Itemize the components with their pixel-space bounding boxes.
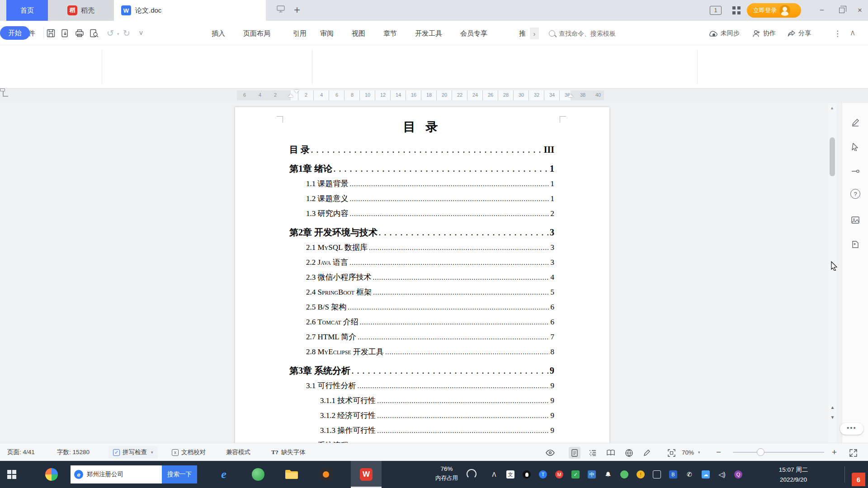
image-tool-icon[interactable] (849, 213, 862, 227)
green-browser-icon[interactable] (250, 467, 266, 482)
zoom-level[interactable]: 70%▾ (682, 443, 700, 461)
eye-protect-icon[interactable] (544, 447, 556, 459)
taskbar-search-input[interactable] (87, 471, 155, 478)
next-page-button[interactable]: ▼ (829, 415, 836, 422)
compat-mode-label[interactable]: 兼容模式 (226, 443, 250, 461)
menu-tab-section[interactable]: 章节 (383, 27, 397, 40)
document-canvas[interactable]: 目 录 目 录III 第1章 绪论1 1.1 课题背景1 1.2 课题意义1 1… (0, 103, 868, 443)
file-explorer-icon[interactable] (284, 467, 299, 482)
menu-tab-recommend-truncated[interactable]: 推 (519, 27, 526, 40)
tray-bell-icon[interactable]: 🔔︎ (604, 470, 612, 479)
ie-browser-icon[interactable]: e (216, 467, 231, 482)
hanging-indent-marker[interactable] (288, 94, 293, 97)
tab-list-icon[interactable]: 1 (710, 6, 722, 15)
tray-green-dot-icon[interactable] (620, 470, 628, 479)
restore-button[interactable] (832, 0, 852, 21)
tray-doc-icon[interactable]: 文 (506, 470, 514, 479)
close-button[interactable]: × (852, 0, 868, 21)
tray-monitor-icon[interactable] (653, 470, 661, 479)
tab-document[interactable]: W 论文.doc (114, 0, 266, 21)
menu-tab-view[interactable]: 视图 (352, 27, 365, 40)
document-page[interactable]: 目 录 目 录III 第1章 绪论1 1.1 课题背景1 1.2 课题意义1 1… (235, 107, 609, 443)
sync-status[interactable]: 未同步 (708, 27, 740, 40)
menu-tab-member[interactable]: 会员专享 (460, 27, 487, 40)
redo-button[interactable]: ↻ (121, 28, 132, 38)
share-button[interactable]: 分享 (788, 27, 811, 40)
annotate-pen-icon[interactable] (849, 116, 862, 129)
tab-home[interactable]: 首页 (6, 0, 48, 21)
tray-tim-icon[interactable]: T (539, 470, 547, 479)
bookmark-tag-icon[interactable] (849, 238, 862, 251)
page-view-icon[interactable] (569, 447, 580, 459)
tray-penguin-icon[interactable] (523, 470, 531, 479)
spell-check-toggle[interactable]: ✓ 拼写检查 ▾ (108, 446, 158, 459)
tray-phone-icon[interactable]: ✆ (685, 470, 693, 479)
tray-cloud-icon[interactable]: ☁ (702, 470, 710, 479)
search-input[interactable] (559, 30, 676, 37)
print-button[interactable] (74, 28, 85, 38)
document-proof-button[interactable]: x 文档校对 (172, 443, 206, 461)
help-icon[interactable]: ? (850, 189, 860, 199)
save-button[interactable] (45, 28, 56, 38)
tab-preview-icon[interactable] (277, 5, 285, 13)
tab-selector-icon[interactable] (3, 91, 8, 97)
scrollbar-thumb[interactable] (830, 137, 835, 176)
first-line-indent-marker[interactable] (294, 90, 299, 93)
word-count[interactable]: 字数: 15280 (57, 443, 90, 461)
zoom-slider-knob[interactable] (757, 448, 764, 456)
qat-collapse-icon[interactable]: ᐯ (136, 28, 146, 38)
vertical-scrollbar[interactable]: ▲ (828, 103, 836, 443)
menu-tab-insert[interactable]: 插入 (212, 27, 225, 40)
menu-tab-references[interactable]: 引用 (293, 27, 307, 40)
dark-app-icon[interactable] (318, 467, 334, 482)
app-grid-icon[interactable] (732, 6, 741, 14)
fullscreen-icon[interactable] (847, 447, 859, 459)
fit-page-icon[interactable] (665, 447, 677, 459)
menu-tab-page-layout[interactable]: 页面布局 (243, 27, 270, 40)
memory-usage[interactable]: 76% 内存占用 (428, 465, 466, 483)
browser-pinwheel-icon[interactable] (45, 468, 58, 481)
minimize-button[interactable]: − (812, 0, 832, 21)
tray-mail-icon[interactable]: M (555, 470, 563, 479)
new-tab-button[interactable]: + (294, 4, 300, 16)
menu-tab-start[interactable]: 开始 (0, 26, 30, 40)
collapse-ribbon-icon[interactable]: ᐱ (851, 27, 854, 40)
previous-page-button[interactable]: ▲ (829, 405, 836, 412)
tray-volume-icon[interactable]: ◁) (718, 470, 726, 479)
zoom-slider[interactable] (733, 452, 824, 453)
tray-input-method-icon[interactable]: 中 (588, 470, 596, 479)
notification-badge[interactable]: 6 (852, 473, 865, 486)
wps-taskbar-cell[interactable]: W (351, 461, 382, 488)
collaborate-button[interactable]: 协作 (752, 27, 776, 40)
menu-tab-dev-tools[interactable]: 开发工具 (415, 27, 442, 40)
zoom-out-button[interactable]: − (716, 443, 721, 461)
right-indent-marker[interactable] (568, 94, 573, 97)
tab-docer[interactable]: 稻 稻壳 (48, 0, 114, 21)
zoom-in-button[interactable]: + (832, 443, 837, 461)
show-desktop-divider[interactable] (844, 466, 845, 483)
menu-tab-review[interactable]: 审阅 (320, 27, 334, 40)
tray-security-shield-icon[interactable]: ✓ (571, 470, 580, 479)
page-indicator[interactable]: 页面: 4/41 (7, 443, 35, 461)
book-view-icon[interactable] (605, 447, 617, 459)
floating-more-button[interactable]: ••• (840, 423, 863, 435)
more-menu-icon[interactable]: ⋮ (834, 27, 841, 40)
print-preview-button[interactable] (89, 28, 99, 38)
scroll-up-icon[interactable]: ▲ (830, 106, 834, 110)
taskbar-search-button[interactable]: 搜索一下 (162, 465, 197, 483)
tray-search-circle-icon[interactable]: Q (734, 470, 742, 479)
menu-overflow-button[interactable]: › (530, 28, 539, 39)
taskbar-clock[interactable]: 15:07 周二 2022/9/20 (769, 465, 818, 484)
undo-caret-icon[interactable]: ▾ (117, 32, 119, 36)
tray-expand-icon[interactable]: ᐱ (490, 470, 498, 479)
select-arrow-icon[interactable] (849, 140, 862, 154)
start-button[interactable] (7, 470, 16, 479)
undo-button[interactable]: ↺ (105, 28, 116, 38)
highlight-line-icon[interactable] (849, 164, 862, 178)
tray-bluetooth-icon[interactable]: B (669, 470, 677, 479)
login-button[interactable]: 立即登录 (747, 3, 801, 18)
tray-yellow-icon[interactable]: ! (637, 470, 645, 479)
web-view-icon[interactable] (623, 447, 635, 459)
outline-view-icon[interactable] (587, 447, 599, 459)
export-pdf-button[interactable] (60, 28, 71, 38)
